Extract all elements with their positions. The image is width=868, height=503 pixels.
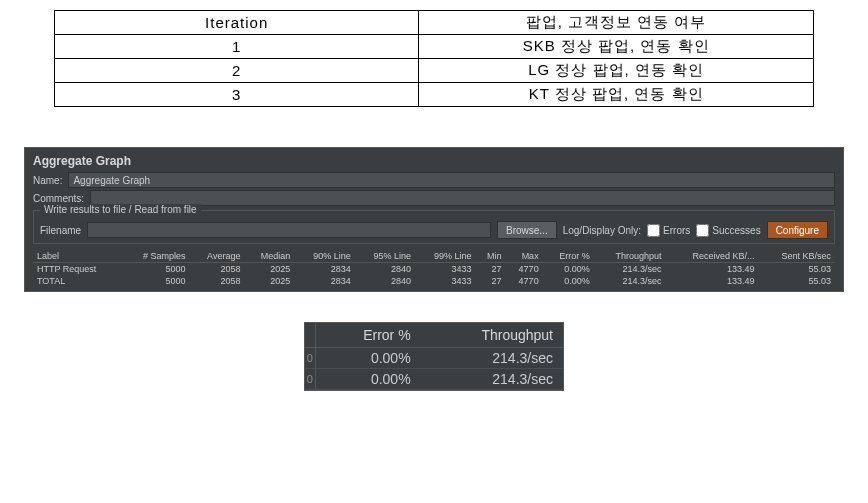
col-label[interactable]: Label	[33, 250, 122, 263]
col-median[interactable]: Median	[244, 250, 294, 263]
cell: 27	[476, 275, 506, 287]
browse-button[interactable]: Browse...	[497, 221, 557, 239]
zoom-row[interactable]: 0 0.00% 214.3/sec	[305, 348, 563, 369]
cell: 2025	[244, 263, 294, 276]
col-99line[interactable]: 99% Line	[415, 250, 475, 263]
successes-checkbox[interactable]: Successes	[696, 224, 760, 237]
iteration-row: 3 KT 정상 팝업, 연동 확인	[55, 83, 814, 107]
cell: 2840	[355, 275, 415, 287]
errors-checkbox-label: Errors	[663, 225, 690, 236]
aggregate-table: Label # Samples Average Median 90% Line …	[33, 250, 835, 287]
cell: 133.49	[666, 263, 759, 276]
cell: 133.49	[666, 275, 759, 287]
cell: 0.00%	[543, 263, 594, 276]
filename-label: Filename	[40, 225, 81, 236]
col-average[interactable]: Average	[190, 250, 245, 263]
col-samples[interactable]: # Samples	[122, 250, 189, 263]
name-label: Name:	[33, 175, 62, 186]
cell: 2834	[294, 275, 354, 287]
cell: 214.3/sec	[594, 275, 666, 287]
logdisplay-label: Log/Display Only:	[563, 225, 641, 236]
write-results-fieldset: Write results to file / Read from file F…	[33, 210, 835, 244]
comments-label: Comments:	[33, 193, 84, 204]
col-sentkb[interactable]: Sent KB/sec	[758, 250, 835, 263]
iteration-cell: LG 정상 팝업, 연동 확인	[419, 59, 814, 83]
aggregate-graph-panel: Aggregate Graph Name: Comments: Write re…	[24, 147, 844, 292]
zoom-cell: 0.00%	[315, 369, 421, 390]
zoom-cut-cell: 0	[305, 369, 315, 390]
cell: 4770	[505, 263, 542, 276]
iteration-row: 2 LG 정상 팝업, 연동 확인	[55, 59, 814, 83]
cell: 2840	[355, 263, 415, 276]
col-95line[interactable]: 95% Line	[355, 250, 415, 263]
col-max[interactable]: Max	[505, 250, 542, 263]
cell: 5000	[122, 275, 189, 287]
col-throughput[interactable]: Throughput	[594, 250, 666, 263]
fieldset-legend: Write results to file / Read from file	[40, 204, 201, 215]
cell: 55.03	[758, 263, 835, 276]
cell: 0.00%	[543, 275, 594, 287]
col-min[interactable]: Min	[476, 250, 506, 263]
successes-checkbox-input[interactable]	[696, 224, 709, 237]
cell: 214.3/sec	[594, 263, 666, 276]
cell: 2025	[244, 275, 294, 287]
cell: 2058	[190, 275, 245, 287]
iteration-cell: 3	[55, 83, 419, 107]
successes-checkbox-label: Successes	[712, 225, 760, 236]
col-90line[interactable]: 90% Line	[294, 250, 354, 263]
iteration-cell: KT 정상 팝업, 연동 확인	[419, 83, 814, 107]
iteration-row: 1 SKB 정상 팝업, 연동 확인	[55, 35, 814, 59]
cell: 3433	[415, 275, 475, 287]
comments-input[interactable]	[90, 190, 835, 206]
zoom-cut-head	[305, 323, 315, 348]
cell: 2058	[190, 263, 245, 276]
zoom-cut-cell: 0	[305, 348, 315, 369]
cell: 55.03	[758, 275, 835, 287]
filename-input[interactable]	[87, 222, 491, 238]
aggregate-row[interactable]: TOTAL 5000 2058 2025 2834 2840 3433 27 4…	[33, 275, 835, 287]
iteration-cell: 2	[55, 59, 419, 83]
aggregate-row[interactable]: HTTP Request 5000 2058 2025 2834 2840 34…	[33, 263, 835, 276]
iteration-header-result: 팝업, 고객정보 연동 여부	[419, 11, 814, 35]
iteration-header-iter: Iteration	[55, 11, 419, 35]
aggregate-header-row: Label # Samples Average Median 90% Line …	[33, 250, 835, 263]
zoom-table: Error % Throughput 0 0.00% 214.3/sec 0 0…	[305, 323, 563, 390]
iteration-cell: SKB 정상 팝업, 연동 확인	[419, 35, 814, 59]
zoom-header-error[interactable]: Error %	[315, 323, 421, 348]
iteration-table: Iteration 팝업, 고객정보 연동 여부 1 SKB 정상 팝업, 연동…	[54, 10, 814, 107]
cell: HTTP Request	[33, 263, 122, 276]
panel-title: Aggregate Graph	[33, 154, 835, 168]
cell: TOTAL	[33, 275, 122, 287]
col-error[interactable]: Error %	[543, 250, 594, 263]
configure-button[interactable]: Configure	[767, 221, 828, 239]
cell: 3433	[415, 263, 475, 276]
zoom-cell: 0.00%	[315, 348, 421, 369]
zoom-cell: 214.3/sec	[421, 369, 563, 390]
zoom-cell: 214.3/sec	[421, 348, 563, 369]
zoom-row[interactable]: 0 0.00% 214.3/sec	[305, 369, 563, 390]
col-recvkb[interactable]: Received KB/...	[666, 250, 759, 263]
iteration-cell: 1	[55, 35, 419, 59]
zoom-panel: Error % Throughput 0 0.00% 214.3/sec 0 0…	[304, 322, 564, 391]
cell: 5000	[122, 263, 189, 276]
cell: 27	[476, 263, 506, 276]
name-row: Name:	[33, 172, 835, 188]
name-input[interactable]	[68, 172, 835, 188]
errors-checkbox-input[interactable]	[647, 224, 660, 237]
zoom-header-throughput[interactable]: Throughput	[421, 323, 563, 348]
cell: 4770	[505, 275, 542, 287]
errors-checkbox[interactable]: Errors	[647, 224, 690, 237]
cell: 2834	[294, 263, 354, 276]
